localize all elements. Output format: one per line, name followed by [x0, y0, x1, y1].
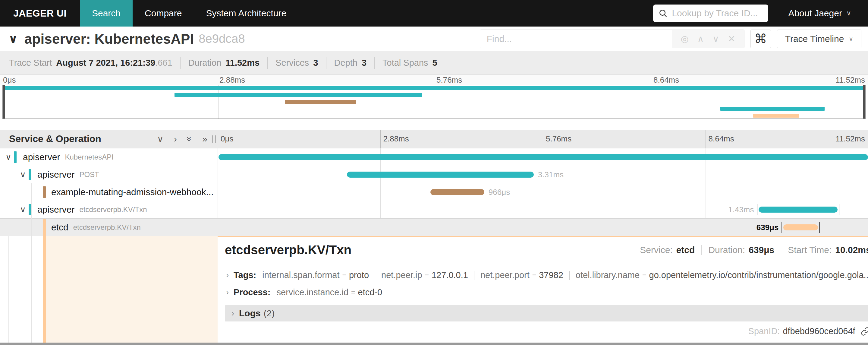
focus-match-icon[interactable]: ◎ — [681, 33, 688, 44]
minimap-span-bar — [720, 107, 825, 111]
kv-key: otel.library.name — [576, 270, 640, 280]
span-operation-name: POST — [79, 170, 99, 179]
clear-find-icon[interactable]: ✕ — [728, 33, 735, 44]
span-duration-label: 966μs — [489, 188, 510, 197]
span-duration-bar[interactable] — [347, 172, 533, 178]
span-row-name-cell[interactable]: ∨apiserverKubernetesAPI — [0, 148, 218, 166]
top-navbar: JAEGER UI SearchCompareSystem Architectu… — [0, 0, 868, 27]
brand-logo[interactable]: JAEGER UI — [0, 0, 80, 27]
nav-item-compare[interactable]: Compare — [133, 0, 194, 27]
trace-lookup-input[interactable] — [672, 8, 763, 19]
selected-span-accent-fill — [46, 236, 218, 343]
summary-item-label: Services — [276, 58, 309, 68]
summary-item: Services3 — [276, 58, 318, 68]
span-color-strip — [43, 219, 46, 236]
trace-view-selector[interactable]: Trace Timeline ∨ — [777, 30, 861, 48]
collapse-one-icon[interactable]: ∨ — [157, 135, 164, 144]
find-input[interactable] — [480, 30, 672, 48]
expand-collapse-controls: ∨ › » » — [157, 135, 207, 144]
summary-item-label: Total Spans — [382, 58, 428, 68]
summary-item-value: 5 — [433, 58, 437, 68]
process-row[interactable]: › Process: service.instance.id=etcd-0 — [225, 287, 868, 297]
span-service-name: example-mutating-admission-webhook... — [51, 187, 214, 197]
span-duration-bar[interactable] — [430, 189, 484, 195]
span-row-name-cell[interactable]: etcdetcdserverpb.KV/Txn — [0, 219, 218, 236]
about-jaeger-menu[interactable]: About Jaeger ∨ — [788, 8, 851, 19]
column-resize-grip[interactable] — [212, 136, 216, 143]
collapse-all-icon[interactable]: » — [185, 136, 194, 141]
span-duration-bar[interactable] — [218, 154, 868, 160]
kv-key: service.instance.id — [277, 287, 349, 297]
span-detail-panel: etcdserverpb.KV/Txn Service:etcdDuration… — [218, 236, 868, 343]
span-row-track[interactable]: 1.43ms — [218, 201, 868, 218]
minimap-gridline — [434, 85, 434, 118]
chevron-right-icon: › — [226, 288, 229, 297]
minimap-left-scrubber[interactable] — [3, 85, 5, 118]
minimap-gridline — [218, 85, 219, 118]
collapse-trace-chevron-icon[interactable]: ∨ — [8, 32, 18, 46]
span-row-track[interactable]: 3.31ms — [218, 166, 868, 183]
minimap-span-bar — [285, 100, 356, 104]
nav-item-system-architecture[interactable]: System Architecture — [194, 0, 299, 27]
minimap-right-scrubber[interactable] — [863, 85, 865, 118]
span-row-name-cell[interactable]: ∨apiserveretcdserverpb.KV/Txn — [0, 201, 218, 218]
find-controls: ◎ ∧ ∨ ✕ — [672, 30, 744, 48]
deep-link-icon[interactable] — [861, 327, 868, 336]
span-meta: Service:etcdDuration:639μsStart Time:10.… — [640, 245, 868, 255]
chevron-down-icon: ∨ — [849, 35, 853, 42]
span-row[interactable]: ∨apiserverKubernetesAPI — [0, 148, 868, 166]
span-row-name-cell[interactable]: ∨apiserverPOST — [0, 166, 218, 183]
expand-one-icon[interactable]: › — [174, 135, 177, 144]
trace-lookup-box[interactable] — [653, 4, 768, 22]
service-operation-header: Service & Operation ∨ › » » — [0, 130, 218, 148]
trace-title: apiserver: KubernetesAPI — [24, 31, 194, 47]
nav-item-search[interactable]: Search — [80, 0, 133, 27]
span-rows: ∨apiserverKubernetesAPI∨apiserverPOST3.3… — [0, 148, 868, 236]
tick-gridline — [543, 130, 543, 148]
expand-all-icon[interactable]: » — [202, 135, 207, 144]
kv-value: 127.0.0.1 — [432, 270, 468, 280]
logs-accordion[interactable]: › Logs (2) — [225, 305, 868, 321]
span-row[interactable]: etcdetcdserverpb.KV/Txn639μs — [0, 218, 868, 236]
keyboard-shortcuts-button[interactable]: ⌘ — [750, 30, 771, 48]
minimap-tick-label: 8.64ms — [653, 76, 679, 85]
span-expander-chevron-icon[interactable]: ∨ — [5, 152, 11, 162]
summary-item-label: Depth — [334, 58, 358, 68]
prev-match-icon[interactable]: ∧ — [697, 33, 704, 44]
kv-value: go.opentelemetry.io/contrib/instrumentat… — [649, 270, 868, 280]
span-bar-start-tick — [757, 204, 757, 215]
meta-value: etcd — [676, 245, 695, 255]
tags-row[interactable]: › Tags: internal.span.format=protonet.pe… — [225, 270, 868, 280]
span-duration-bar[interactable] — [783, 224, 818, 230]
kv-equals: = — [642, 271, 646, 279]
summary-item-value: 11.52ms — [225, 58, 259, 68]
span-expander-chevron-icon[interactable]: ∨ — [20, 170, 26, 179]
span-detail-row: etcdserverpb.KV/Txn Service:etcdDuration… — [0, 236, 868, 343]
span-operation-name: etcdserverpb.KV/Txn — [73, 223, 141, 232]
span-row-track[interactable]: 966μs — [218, 183, 868, 201]
summary-item: Total Spans5 — [382, 58, 437, 68]
selected-span-color-strip — [43, 236, 46, 343]
kv-key: internal.span.format — [262, 270, 339, 280]
span-id-label: SpanID: — [748, 326, 780, 336]
service-operation-title: Service & Operation — [0, 133, 101, 144]
timeline-minimap[interactable] — [2, 85, 866, 119]
span-row[interactable]: ∨apiserverPOST3.31ms — [0, 166, 868, 183]
span-row-name-cell[interactable]: example-mutating-admission-webhook... — [0, 183, 218, 201]
next-match-icon[interactable]: ∨ — [712, 33, 719, 44]
summary-divider — [326, 57, 327, 69]
bottom-scroll-strip[interactable] — [0, 343, 868, 345]
trace-id-short: 8e9dca8 — [198, 32, 245, 46]
process-label: Process: — [234, 287, 271, 297]
span-row-track[interactable]: 639μs — [218, 219, 868, 236]
timeline-tick-label: 11.52ms — [835, 134, 865, 144]
span-row[interactable]: example-mutating-admission-webhook...966… — [0, 183, 868, 201]
span-color-strip — [43, 186, 46, 198]
span-duration-bar[interactable] — [758, 207, 837, 212]
search-icon — [658, 9, 668, 18]
minimap-span-bar — [4, 86, 865, 90]
span-row-track[interactable] — [218, 148, 868, 166]
span-expander-chevron-icon[interactable]: ∨ — [20, 205, 26, 214]
span-row[interactable]: ∨apiserveretcdserverpb.KV/Txn1.43ms — [0, 201, 868, 218]
kv-value: etcd-0 — [358, 287, 382, 297]
